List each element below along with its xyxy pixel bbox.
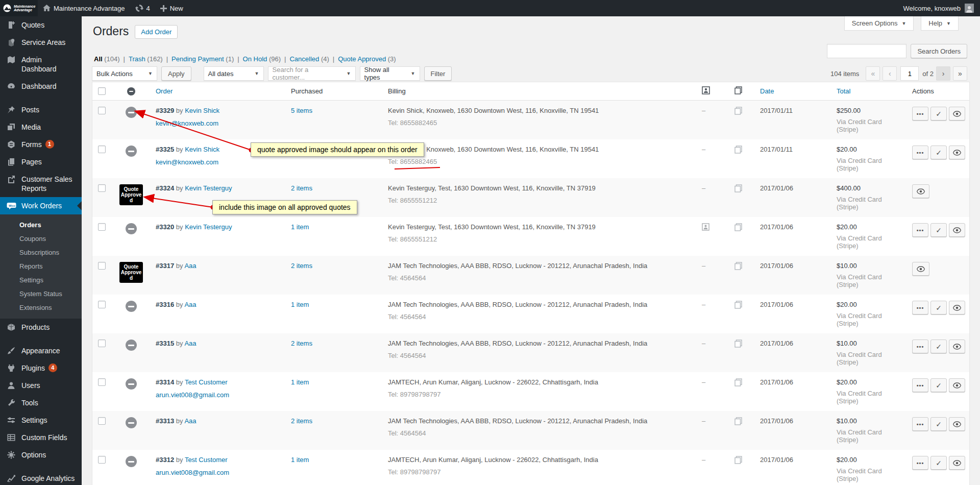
search-orders-button[interactable]: Search Orders [911,44,967,58]
processing-action-button[interactable]: ••• [912,301,928,314]
current-page-input[interactable] [900,66,919,81]
customer-name-link[interactable]: Test Customer [185,378,228,386]
purchased-items-link[interactable]: 2 items [291,262,312,270]
date-filter-select[interactable]: All dates ▼ [204,66,264,81]
purchased-items-link[interactable]: 2 items [291,340,312,347]
sidebar-item-quotes[interactable]: Quotes [0,16,82,34]
customer-name-link[interactable]: Kevin Shick [185,146,219,153]
customer-email-link[interactable]: kevin@knoxweb.com [156,119,218,127]
complete-action-button[interactable]: ✓ [930,301,947,314]
sidebar-item-work-orders[interactable]: WooWork Orders [0,197,82,214]
processing-action-button[interactable]: ••• [912,340,928,353]
customer-name-link[interactable]: Kevin Testerguy [185,184,232,192]
complete-action-button[interactable]: ✓ [930,417,947,431]
view-filter-all[interactable]: All [94,55,103,63]
row-checkbox[interactable] [98,262,106,270]
view-filter-quote-approved[interactable]: Quote Approved [338,55,386,63]
view-action-button[interactable] [949,417,965,431]
processing-action-button[interactable]: ••• [912,223,928,237]
sidebar-item-options[interactable]: Options [0,446,82,464]
next-page-button[interactable]: › [936,66,950,81]
sidebar-item-appearance[interactable]: Appearance [0,342,82,359]
view-filter-pending-payment[interactable]: Pending Payment [172,55,224,63]
site-name-menu[interactable]: Maintenance Advantage [38,0,130,16]
purchased-items-link[interactable]: 5 items [291,107,312,114]
customer-email-link[interactable]: arun.viet008@gmail.com [156,391,229,399]
row-checkbox[interactable] [98,301,106,308]
customer-email-link[interactable]: kevin@knoxweb.com [156,158,218,166]
row-checkbox[interactable] [98,223,106,231]
complete-action-button[interactable]: ✓ [930,146,947,159]
customer-email-link[interactable]: arun.viet008@gmail.com [156,469,229,476]
first-page-button[interactable]: « [866,66,880,81]
complete-action-button[interactable]: ✓ [930,340,947,353]
row-checkbox[interactable] [98,378,106,386]
search-orders-input[interactable] [827,44,906,58]
customer-name-link[interactable]: Aaa [184,301,196,308]
sidebar-item-dashboard[interactable]: Dashboard [0,78,82,95]
purchased-items-link[interactable]: 1 item [291,301,309,308]
sidebar-item-posts[interactable]: Posts [0,101,82,118]
screen-options-button[interactable]: Screen Options ▼ [844,16,914,31]
view-action-button[interactable] [949,378,965,392]
row-checkbox[interactable] [98,184,106,192]
sidebar-item-plugins[interactable]: Plugins4 [0,359,82,377]
customer-name-link[interactable]: Kevin Testerguy [185,223,232,231]
row-checkbox[interactable] [98,417,106,425]
submenu-item-system-status[interactable]: System Status [0,287,82,301]
prev-page-button[interactable]: ‹ [883,66,897,81]
processing-action-button[interactable]: ••• [912,417,928,431]
customer-name-link[interactable]: Test Customer [185,456,228,464]
submenu-item-reports[interactable]: Reports [0,259,82,273]
sidebar-item-media[interactable]: Media [0,118,82,136]
sidebar-item-forms[interactable]: Forms1 [0,136,82,153]
sidebar-item-admin-dashboard[interactable]: Admin Dashboard [0,51,82,78]
sidebar-item-pages[interactable]: Pages [0,153,82,171]
submenu-item-subscriptions[interactable]: Subscriptions [0,246,82,259]
apply-button[interactable]: Apply [161,66,191,81]
welcome-text[interactable]: Welcome, knoxweb [903,5,961,12]
processing-action-button[interactable]: ••• [912,146,928,159]
complete-action-button[interactable]: ✓ [930,378,947,392]
processing-action-button[interactable]: ••• [912,378,928,392]
purchased-items-link[interactable]: 1 item [291,378,309,386]
submenu-item-coupons[interactable]: Coupons [0,232,82,246]
row-checkbox[interactable] [98,340,106,347]
customer-name-link[interactable]: Kevin Shick [185,107,219,114]
sidebar-item-customer-sales-reports[interactable]: Customer Sales Reports [0,171,82,197]
submenu-item-settings[interactable]: Settings [0,273,82,287]
processing-action-button[interactable]: ••• [912,107,928,120]
select-all-checkbox[interactable] [98,87,106,95]
row-checkbox[interactable] [98,107,106,114]
row-checkbox[interactable] [98,146,106,153]
complete-action-button[interactable]: ✓ [930,223,947,237]
view-action-button[interactable] [949,146,965,159]
sidebar-item-service-areas[interactable]: Service Areas [0,34,82,51]
submenu-item-orders[interactable]: Orders [0,218,82,232]
customer-name-link[interactable]: Aaa [184,262,196,270]
sidebar-item-tools[interactable]: Tools [0,394,82,411]
sidebar-item-products[interactable]: Products [0,319,82,336]
help-button[interactable]: Help ▼ [921,16,959,31]
sidebar-item-custom-fields[interactable]: Custom Fields [0,429,82,446]
site-logo[interactable]: Maintenance Advantage [0,0,38,16]
purchased-items-link[interactable]: 1 item [291,456,309,464]
customer-name-link[interactable]: Aaa [184,417,196,425]
view-action-button[interactable] [949,223,965,237]
sidebar-item-google-analytics[interactable]: Google Analytics [0,470,82,485]
customer-name-link[interactable]: Aaa [184,340,196,347]
avatar[interactable] [965,4,974,13]
bulk-actions-select[interactable]: Bulk Actions ▼ [92,66,157,81]
sidebar-item-users[interactable]: Users [0,377,82,394]
view-action-button[interactable] [949,340,965,353]
view-filter-trash[interactable]: Trash [129,55,145,63]
purchased-items-link[interactable]: 1 item [291,223,309,231]
total-column-header[interactable]: Total [832,87,908,95]
order-column-header[interactable]: Order [152,87,287,95]
complete-action-button[interactable]: ✓ [930,107,947,120]
view-action-button[interactable] [949,301,965,314]
view-filter-on-hold[interactable]: On Hold [243,55,267,63]
date-column-header[interactable]: Date [756,87,832,95]
last-page-button[interactable]: » [953,66,967,81]
type-filter-select[interactable]: Show all types ▼ [360,66,420,81]
